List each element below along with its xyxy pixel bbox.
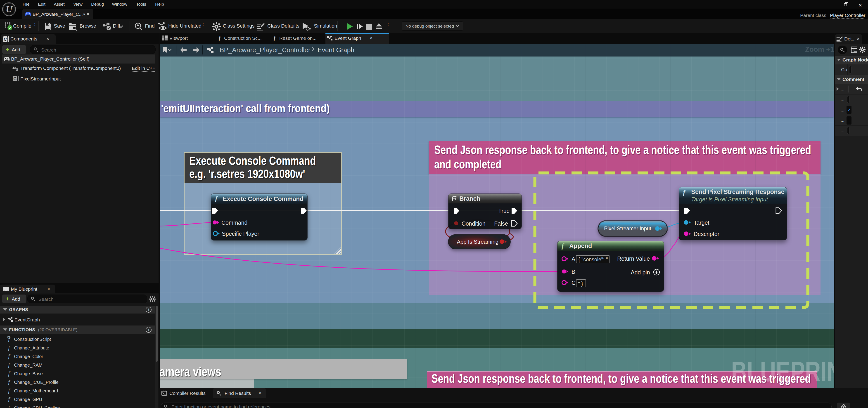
svg-text:C: C (13, 76, 17, 81)
svg-text:U: U (6, 4, 13, 14)
svg-text:C: C (4, 37, 7, 41)
svg-text:C: C (16, 68, 18, 71)
